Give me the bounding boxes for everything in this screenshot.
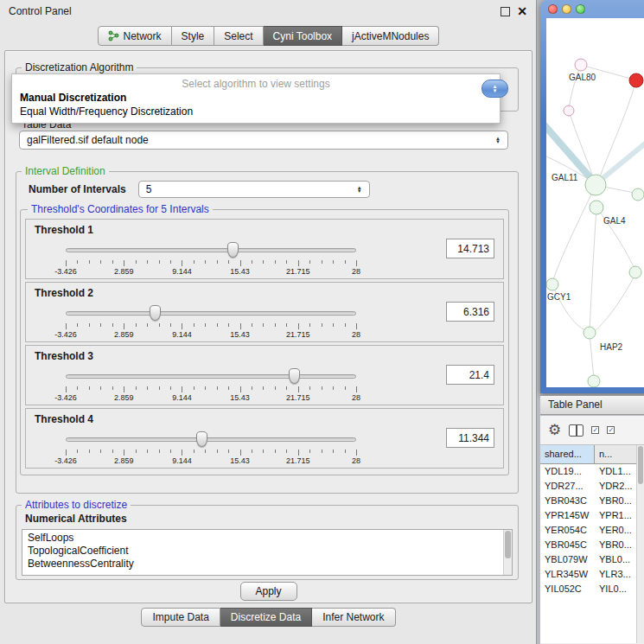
threshold-4-slider[interactable] (66, 431, 356, 449)
number-of-intervals-value: 5 (146, 183, 152, 195)
tab-select[interactable]: Select (214, 26, 263, 46)
discretization-algorithm-title: Discretization Algorithm (22, 61, 137, 73)
table-data-select[interactable]: galFiltered.sif default node ▲▼ (19, 131, 508, 150)
threshold-3-value-input[interactable]: 21.4 (446, 365, 494, 385)
undock-icon[interactable] (501, 7, 510, 16)
tab-jactivemnodules[interactable]: jActiveMNodules (342, 26, 439, 46)
node-table: shared... n... YDL19...YDL1...YDR27...YD… (540, 445, 644, 643)
network-canvas[interactable]: GAL80 GAL11 GAL4 GCY1 HAP2 (546, 18, 644, 387)
slider-scale-labels: -3.4262.8599.14415.4321.71528 (66, 456, 356, 466)
slider-thumb[interactable] (196, 431, 207, 447)
threshold-1-slider[interactable] (66, 242, 356, 259)
slider-track[interactable] (66, 437, 356, 442)
slider-thumb[interactable] (227, 242, 239, 258)
slider-track[interactable] (66, 374, 356, 379)
tab-cyni-toolbox[interactable]: Cyni Toolbox (264, 26, 342, 46)
apply-button[interactable]: Apply (240, 582, 297, 601)
bottom-tab-bar: Impute Data Discretize Data Infer Networ… (0, 608, 537, 627)
thresholds-group: Threshold's Coordinates for 5 Intervals … (20, 203, 509, 475)
cyni-toolbox-panel: Discretization Algorithm Select algorith… (4, 50, 532, 603)
threshold-1-value-input[interactable]: 14.713 (446, 239, 494, 258)
threshold-2-slider[interactable] (66, 305, 356, 322)
scale-tick-label: 15.43 (230, 330, 250, 339)
threshold-1-label: Threshold 1 (35, 224, 93, 236)
attribute-list-item[interactable]: TopologicalCoefficient (28, 545, 507, 558)
control-panel-titlebar: Control Panel ✕ (0, 0, 536, 22)
table-row[interactable]: YDL19...YDL1... (540, 464, 644, 479)
zoom-traffic-icon[interactable] (576, 4, 585, 14)
select-none-icon[interactable]: ✓ (607, 426, 615, 434)
node-label: GAL80 (569, 73, 596, 82)
minimize-traffic-icon[interactable] (562, 4, 571, 14)
tab-infer-network[interactable]: Infer Network (312, 608, 395, 627)
network-view-window: GAL80 GAL11 GAL4 GCY1 HAP2 (540, 0, 644, 393)
network-node[interactable] (546, 278, 558, 290)
scale-tick-label: 2.859 (114, 393, 134, 402)
table-row[interactable]: YPR145WYPR1... (540, 508, 644, 523)
attribute-list-item[interactable]: SelfLoops (28, 532, 507, 545)
tab-style-label: Style (182, 30, 205, 42)
algorithm-combo-button[interactable]: ▲ ▼ (481, 80, 508, 98)
table-data-selected: galFiltered.sif default node (27, 134, 149, 146)
table-row[interactable]: YBR045CYBR0... (540, 538, 644, 552)
algorithm-option-equal-width[interactable]: Equal Width/Frequency Discretization (12, 105, 500, 118)
network-node[interactable] (585, 175, 606, 195)
tab-network[interactable]: Network (98, 26, 172, 46)
network-node[interactable] (590, 201, 603, 214)
network-node[interactable] (629, 266, 641, 278)
attributes-list[interactable]: SelfLoopsTopologicalCoefficientBetweenne… (22, 529, 513, 576)
network-node[interactable] (588, 375, 600, 387)
slider-ticks (66, 260, 356, 267)
network-node-selected[interactable] (629, 73, 643, 87)
tab-impute-data[interactable]: Impute Data (141, 608, 220, 627)
algorithm-option-manual[interactable]: Manual Discretization (12, 91, 500, 105)
thresholds-group-title: Threshold's Coordinates for 5 Intervals (28, 203, 213, 215)
table-row[interactable]: YDR27...YDR2... (540, 479, 644, 494)
scale-tick-label: 28 (352, 456, 360, 465)
close-icon[interactable]: ✕ (517, 7, 527, 16)
threshold-2-value-input[interactable]: 6.316 (446, 302, 494, 322)
table-cell: YLR345W (540, 567, 595, 582)
slider-ticks (66, 386, 356, 393)
slider-scale-labels: -3.4262.8599.14415.4321.71528 (66, 330, 356, 340)
scale-tick-label: 15.43 (230, 393, 250, 402)
table-row[interactable]: YER054CYER0... (540, 523, 644, 538)
tab-discretize-data[interactable]: Discretize Data (220, 608, 312, 627)
scrollbar-thumb[interactable] (638, 446, 643, 484)
scrollbar-thumb[interactable] (505, 531, 511, 558)
network-node[interactable] (632, 188, 644, 201)
attributes-scrollbar[interactable] (503, 530, 512, 575)
column-chooser-icon[interactable] (569, 424, 583, 437)
threshold-3-slider[interactable] (66, 368, 356, 386)
attributes-group-title: Attributes to discretize (22, 499, 131, 511)
algorithm-prompt-item[interactable]: Select algorithm to view settings (12, 77, 500, 91)
network-node[interactable] (583, 327, 596, 339)
attribute-list-item[interactable]: BetweennessCentrality (28, 558, 507, 571)
table-row[interactable]: YIL052CYIL0... (540, 582, 644, 596)
slider-track[interactable] (66, 248, 356, 252)
slider-track[interactable] (66, 311, 356, 316)
slider-thumb[interactable] (150, 305, 161, 321)
close-traffic-icon[interactable] (548, 4, 558, 14)
threshold-3-box: Threshold 3 -3.4262.8599.14415.4321.7152… (25, 345, 504, 405)
table-rows: YDL19...YDL1...YDR27...YDR2...YBR043CYBR… (540, 464, 644, 596)
tab-style[interactable]: Style (172, 26, 215, 46)
table-scrollbar[interactable] (636, 445, 644, 643)
network-node[interactable] (564, 105, 574, 116)
column-header-shared-name[interactable]: shared... (540, 445, 595, 463)
gear-icon[interactable]: ⚙ (548, 423, 561, 437)
scale-tick-label: 21.715 (286, 267, 310, 276)
scale-tick-label: -3.426 (54, 393, 77, 402)
table-cell: YBL079W (540, 552, 595, 567)
table-row[interactable]: YBL079WYBL0... (540, 552, 644, 567)
threshold-4-value-input[interactable]: 11.344 (446, 428, 494, 448)
slider-thumb[interactable] (289, 368, 300, 384)
scale-tick-label: 2.859 (114, 267, 134, 276)
select-all-icon[interactable]: ✓ (591, 426, 599, 434)
network-node[interactable] (575, 59, 587, 71)
table-row[interactable]: YLR345WYLR3... (540, 567, 644, 582)
table-row[interactable]: YBR043CYBR0... (540, 494, 644, 508)
number-of-intervals-select[interactable]: 5 ▲▼ (138, 181, 370, 198)
tab-jactivemnodules-label: jActiveMNodules (352, 30, 429, 42)
scale-tick-label: 28 (352, 330, 360, 339)
